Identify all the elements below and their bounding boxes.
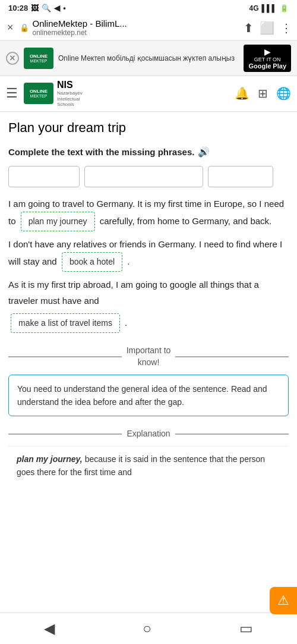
phrase-option-1[interactable] xyxy=(8,166,80,187)
warning-fab-button[interactable]: ⚠ xyxy=(270,587,297,614)
explanation-divider: Explanation xyxy=(8,428,289,440)
paragraph-2: I don't have any relatives or friends in… xyxy=(8,236,289,272)
status-left: 10:28 🖼 🔍 ◀ • xyxy=(8,4,66,12)
google-play-label-small: GET IT ON xyxy=(254,57,281,62)
phrase-option-3[interactable] xyxy=(208,166,273,187)
bell-icon[interactable]: 🔔 xyxy=(235,86,249,100)
google-play-button[interactable]: ▶ GET IT ON Google Play xyxy=(244,45,291,72)
status-right: 4G ▌▌▌ 🔋 xyxy=(249,4,289,12)
divider-line-right xyxy=(175,356,289,357)
grid-icon[interactable]: ⊞ xyxy=(258,86,268,100)
globe-icon[interactable]: 🌐 xyxy=(276,86,291,100)
browser-actions: ⬆ ⬜ ⋮ xyxy=(244,21,292,35)
phrase-option-2[interactable] xyxy=(84,166,203,187)
instruction-text: Complete the text with the missing phras… xyxy=(8,146,289,158)
nav-logo-mektep: MEKTEP xyxy=(30,94,48,98)
top-nav: ☰ ONLINE MEKTEP NIS NazarbayevIntellectu… xyxy=(0,76,297,112)
important-label: Important toknow! xyxy=(127,345,171,368)
page-content: Plan your dream trip Complete the text w… xyxy=(0,112,297,485)
status-bar: 10:28 🖼 🔍 ◀ • 4G ▌▌▌ 🔋 xyxy=(0,0,297,15)
banner-close-button[interactable]: × xyxy=(6,52,19,65)
time-display: 10:28 xyxy=(8,4,28,12)
explanation-italic: plan my journey, xyxy=(17,454,83,464)
explanation-box: plan my journey, because it is said in t… xyxy=(8,446,289,485)
answer-box-1[interactable]: plan my journey xyxy=(21,212,95,231)
home-button[interactable]: ○ xyxy=(131,618,163,639)
screenshot-icon: 🖼 xyxy=(31,4,39,12)
nav-logo-online: ONLINE xyxy=(30,89,48,94)
logo-mektep-text: MEKTEP xyxy=(30,59,48,63)
answer-box-2[interactable]: book a hotel xyxy=(62,252,122,272)
browser-bar: × 🔒 OnlineMektep - BilimL... onlinemekte… xyxy=(0,15,297,41)
signal-bars-icon: ▌▌▌ xyxy=(261,4,277,12)
para2-after: . xyxy=(127,256,129,266)
bookmark-icon[interactable]: ⬜ xyxy=(260,21,274,35)
banner-description: Online Мектеп мобільді қосымшасын жүктеп… xyxy=(58,54,239,64)
explanation-label: Explanation xyxy=(127,428,170,440)
para3-after: . xyxy=(125,318,127,328)
sound-icon[interactable]: 🔊 xyxy=(198,146,210,158)
important-divider: Important toknow! xyxy=(8,345,289,368)
explanation-divider-line-right xyxy=(175,433,289,435)
para2-before: I don't have any relatives or friends in… xyxy=(8,239,282,266)
logo-online-text: ONLINE xyxy=(30,54,48,59)
warning-icon: ⚠ xyxy=(277,593,289,608)
lock-icon: 🔒 xyxy=(20,23,29,32)
page-title: Plan your dream trip xyxy=(8,120,289,136)
answer-box-3[interactable]: make a list of travel items xyxy=(11,313,120,333)
menu-icon[interactable]: ⋮ xyxy=(280,21,292,35)
phrase-options xyxy=(8,166,289,187)
main-text: I am going to travel to Germany. It is m… xyxy=(8,196,289,334)
explanation-divider-line-left xyxy=(8,433,122,435)
nav-status-icon: ◀ xyxy=(54,4,60,12)
site-name: OnlineMektep - BilimL... xyxy=(33,18,240,29)
para3-before: As it is my first trip abroad, I am goin… xyxy=(8,279,259,306)
play-icon: ▶ xyxy=(264,47,271,56)
nav-icons: 🔔 ⊞ 🌐 xyxy=(235,86,291,100)
back-button[interactable]: ◀ xyxy=(32,618,67,639)
nis-brand: NIS NazarbayevIntellectualSchools xyxy=(57,80,83,108)
hamburger-menu-button[interactable]: ☰ xyxy=(6,86,18,101)
signal-label: 4G xyxy=(249,4,258,12)
divider-line-left xyxy=(8,356,122,357)
dot-icon: • xyxy=(63,4,66,12)
share-icon[interactable]: ⬆ xyxy=(244,21,254,35)
nav-logo: ONLINE MEKTEP xyxy=(24,83,53,104)
nis-logo: NIS xyxy=(57,80,83,90)
instruction-label: Complete the text with the missing phras… xyxy=(8,147,194,157)
bottom-navigation: ◀ ○ ▭ xyxy=(0,612,297,644)
nis-subtext: NazarbayevIntellectualSchools xyxy=(57,90,83,108)
paragraph-3: As it is my first trip abroad, I am goin… xyxy=(8,277,289,309)
url-info: OnlineMektep - BilimL... onlinemektep.ne… xyxy=(33,18,240,37)
banner-logo: ONLINE MEKTEP xyxy=(24,48,53,69)
google-play-label: Google Play xyxy=(248,63,286,70)
para1-after: carefully, from home to Germany, and bac… xyxy=(100,215,272,225)
app-banner: × ONLINE MEKTEP Online Мектеп мобільді қ… xyxy=(0,41,297,76)
battery-icon: 🔋 xyxy=(280,4,289,12)
important-content: You need to understand the general idea … xyxy=(17,384,267,407)
recent-apps-button[interactable]: ▭ xyxy=(228,618,265,639)
browser-close-button[interactable]: × xyxy=(5,20,16,35)
site-url: onlinemektep.net xyxy=(33,29,240,37)
paragraph-3-answer-line: make a list of travel items . xyxy=(8,313,289,333)
search-status-icon: 🔍 xyxy=(42,4,51,12)
paragraph-1: I am going to travel to Germany. It is m… xyxy=(8,196,289,231)
important-info-box: You need to understand the general idea … xyxy=(8,375,289,417)
